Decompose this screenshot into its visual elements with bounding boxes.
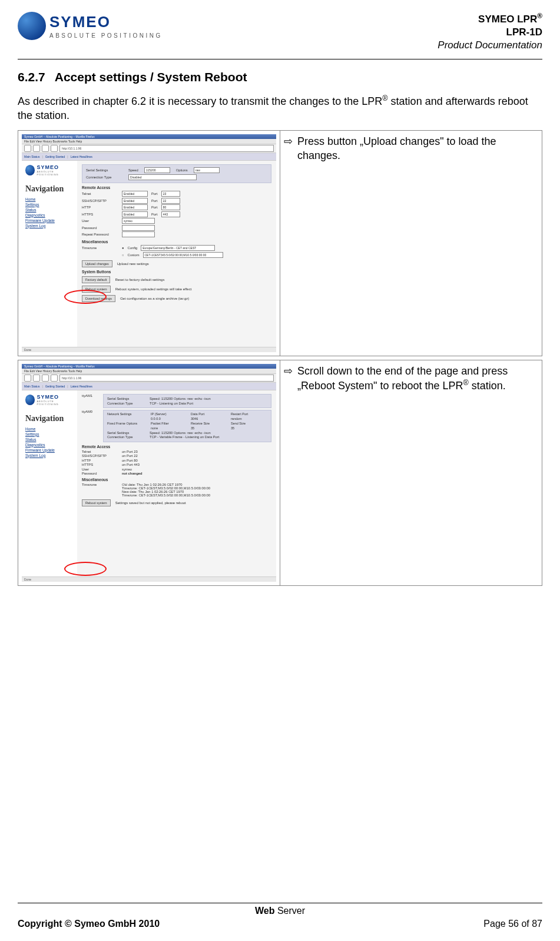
m1-reboot-note: Reboot system, uploaded settings will ta… bbox=[115, 287, 192, 291]
m1-conn-select: Disabled bbox=[128, 174, 197, 180]
mini2-content: ttyAM1 Serial SettingsSpeed: 115200 Opti… bbox=[77, 390, 276, 579]
footer-copyright: Copyright © Symeo GmbH 2010 bbox=[18, 919, 160, 929]
instruction-2-post: station. bbox=[469, 380, 506, 392]
back-icon bbox=[24, 145, 31, 152]
m2-tz-label: Timezone bbox=[82, 483, 118, 486]
m1-http-sel: Enabled bbox=[122, 204, 148, 210]
m2-telnet-label: Telnet bbox=[82, 450, 118, 453]
nav-title: Navigation bbox=[25, 414, 74, 423]
m2-reboot-note: Settings saved but not applied, please r… bbox=[115, 501, 186, 505]
m1-upload-button: Upload changes bbox=[82, 260, 112, 267]
m2-statusbar: Done bbox=[22, 576, 276, 582]
url-bar: http://10.1.1.96 bbox=[59, 375, 274, 382]
footer-center-rest: Server bbox=[274, 906, 305, 916]
m2-conn-label-b: Connection Type bbox=[107, 435, 144, 439]
nav-status: Status bbox=[25, 208, 74, 212]
mini2-tabs: Main Status | Getting Started | Latest H… bbox=[22, 383, 276, 390]
nav-syslog: System Log bbox=[25, 224, 74, 228]
m2-net-c2: Restart Port bbox=[231, 412, 267, 416]
nav-diagnostics: Diagnostics bbox=[25, 213, 74, 217]
m1-download-note: Get configuration as a single archive (t… bbox=[120, 297, 189, 300]
intro-paragraph: As described in chapter 6.2 it is necess… bbox=[18, 94, 542, 123]
forward-icon bbox=[33, 375, 40, 382]
mini2-toolbar: http://10.1.1.96 bbox=[22, 374, 276, 383]
forward-icon bbox=[33, 145, 40, 152]
m1-pw-label: Password bbox=[82, 226, 118, 230]
instruction-2-text: Scroll down to the end of the page and p… bbox=[297, 364, 538, 393]
tab-main-status: Main Status bbox=[24, 385, 39, 388]
m1-ssh-port-label: Port bbox=[151, 199, 158, 203]
m2-serial-val-b: Speed: 115200 Options: raw -echo -ixon bbox=[150, 431, 211, 435]
url-bar: http://10.1.1.96 bbox=[59, 145, 274, 152]
m2-net-v2: random bbox=[231, 417, 267, 420]
m2-conn-val-b: TCP - Variable Frame - Listening on Data… bbox=[150, 435, 219, 439]
m1-http-label: HTTP bbox=[82, 206, 118, 209]
logo-subtitle: ABSOLUTE POSITIONING bbox=[49, 32, 163, 39]
logo-icon bbox=[18, 12, 46, 40]
instruction-1-cell: ⇨ Press button „Upload changes" to load … bbox=[280, 130, 542, 356]
m2-user-val: symeo bbox=[122, 468, 132, 471]
tab-getting-started: Getting Started bbox=[45, 385, 65, 388]
m1-ssh-label: SSH/SCP/SFTP bbox=[82, 199, 118, 203]
m1-telnet-label: Telnet bbox=[82, 192, 118, 196]
intro-pre: As described in chapter 6.2 it is necess… bbox=[18, 95, 382, 107]
m1-factory-button: Factory default bbox=[82, 276, 110, 283]
screenshot-1: Symeo GmbH – Absolute Positioning – Mozi… bbox=[22, 134, 276, 352]
footer-page: Page 56 of 87 bbox=[483, 919, 542, 929]
header-title-block: SYMEO LPR® LPR-1D Product Documentation bbox=[438, 12, 542, 52]
m1-telnet-sel: Enabled bbox=[122, 191, 148, 197]
screenshot-2-cell: Symeo GmbH – Absolute Positioning – Mozi… bbox=[18, 360, 280, 585]
m1-http-port: 80 bbox=[161, 204, 180, 210]
mini1-tabs: Main Status | Getting Started | Latest H… bbox=[22, 153, 276, 161]
m1-custom-input: CET-1CEST,M3.5.0/02:00:00,M10.5.0/03:00:… bbox=[143, 252, 223, 258]
footer-rule bbox=[18, 903, 542, 903]
screenshot-1-cell: Symeo GmbH – Absolute Positioning – Mozi… bbox=[18, 130, 280, 356]
m1-options-label: Options bbox=[176, 168, 188, 172]
m1-custom-label: Custom bbox=[128, 253, 140, 257]
header-line1-sup: ® bbox=[537, 12, 542, 20]
m1-user-input: symeo bbox=[122, 218, 155, 224]
m1-options-select: raw bbox=[194, 167, 220, 173]
m1-https-sel: Enabled bbox=[122, 211, 148, 217]
m2-net-c1: Data Port bbox=[191, 412, 227, 416]
m1-remote-heading: Remote Access bbox=[82, 185, 271, 190]
instruction-2-sup: ® bbox=[463, 379, 469, 387]
mini1-sidebar: SYMEO ABSOLUTE POSITIONING Navigation Ho… bbox=[22, 161, 77, 349]
tab-main-status: Main Status bbox=[24, 155, 39, 158]
reload-icon bbox=[42, 145, 49, 152]
m1-rpw-input bbox=[122, 231, 155, 237]
stop-icon bbox=[51, 145, 58, 152]
m1-sysbtn-heading: System Buttons bbox=[82, 270, 271, 274]
stop-icon bbox=[51, 375, 58, 382]
mini-logo-icon bbox=[25, 165, 35, 175]
m1-serial-label: Serial Settings bbox=[86, 168, 122, 172]
m2-net-c0: IP (Server) bbox=[151, 412, 187, 416]
m1-ssh-port: 22 bbox=[161, 198, 180, 204]
m2-net-v1: 3046 bbox=[191, 417, 227, 420]
nav-firmware: Firmware Update bbox=[25, 448, 74, 452]
m1-upload-note: Upload new settings bbox=[117, 262, 149, 266]
m2-ff-v2: 35 bbox=[231, 426, 267, 430]
m1-https-label: HTTPS bbox=[82, 213, 118, 216]
tab-latest-headlines: Latest Headlines bbox=[71, 155, 92, 158]
m1-config-select: Europe/Germany/Berlin - CET and CEST bbox=[141, 245, 215, 251]
m1-http-port-label: Port bbox=[151, 206, 158, 209]
m1-speed-label: Speed bbox=[128, 168, 138, 172]
instruction-table-2: Symeo GmbH – Absolute Positioning – Mozi… bbox=[18, 360, 542, 586]
nav-status: Status bbox=[25, 438, 74, 442]
section-number: 6.2.7 bbox=[18, 70, 45, 84]
nav-home: Home bbox=[25, 197, 74, 201]
footer-center: Web Server bbox=[18, 906, 542, 916]
arrow-icon: ⇨ bbox=[284, 364, 293, 393]
mini-logo-icon bbox=[25, 395, 35, 405]
logo-text: SYMEO bbox=[49, 13, 163, 31]
mini1-content: Serial Settings Speed 115200 Options raw… bbox=[77, 161, 276, 349]
screenshot-2: Symeo GmbH – Absolute Positioning – Mozi… bbox=[22, 364, 276, 582]
m2-ff-label: Fixed Frame Options bbox=[107, 422, 147, 425]
m2-pw-val: not changed bbox=[122, 472, 142, 475]
m2-ssh-label: SSH/SCP/SFTP bbox=[82, 454, 118, 458]
mini1-titlebar: Symeo GmbH – Absolute Positioning – Mozi… bbox=[22, 134, 276, 139]
instruction-1-text: Press button „Upload changes" to load th… bbox=[297, 134, 538, 163]
m1-telnet-port: 23 bbox=[161, 191, 180, 197]
m2-tz-l3: Timezone: CET-1CEST,M3.5.0/02:00:00,M10.… bbox=[122, 493, 210, 497]
